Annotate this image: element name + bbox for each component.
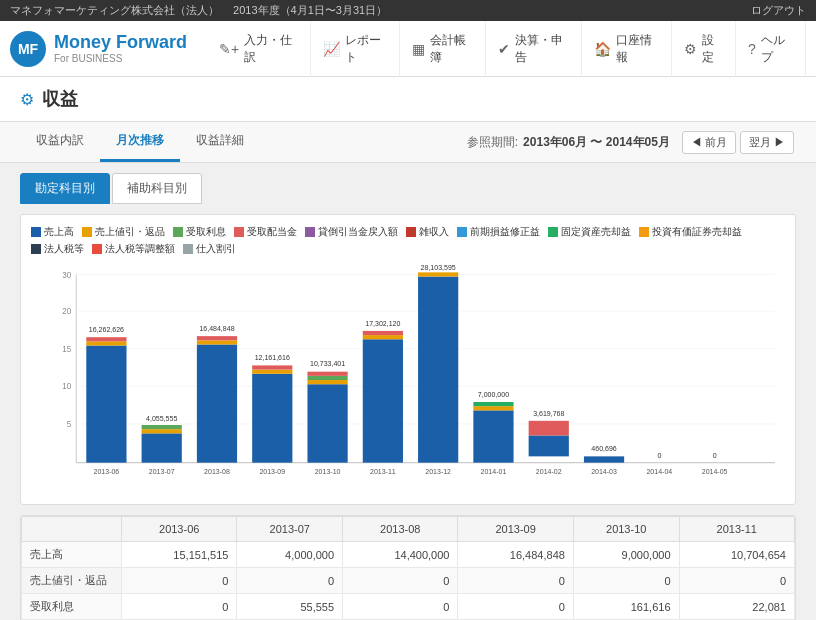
- svg-text:2014-01: 2014-01: [481, 468, 507, 476]
- svg-text:16,484,848: 16,484,848: [199, 325, 234, 333]
- legend-item-tax: 法人税等: [31, 242, 84, 256]
- chart-area: 金額(百万円) 5 10 15 20 30: [31, 264, 785, 494]
- col-header-oct: 2013-10: [573, 517, 679, 542]
- svg-text:10,733,401: 10,733,401: [310, 360, 345, 368]
- chart-legend: 売上高売上値引・返品受取利息受取配当金貸倒引当金戻入額雑収入前期損益修正益固定資…: [31, 225, 785, 259]
- svg-text:2013-07: 2013-07: [149, 468, 175, 476]
- company-period: マネフォマーケティング株式会社（法人） 2013年度（4月1日〜3月31日）: [10, 3, 387, 18]
- svg-rect-54: [529, 421, 569, 436]
- col-header-jun: 2013-06: [122, 517, 237, 542]
- row-value: 16,484,848: [458, 542, 573, 568]
- svg-rect-33: [307, 384, 347, 462]
- svg-rect-29: [252, 370, 292, 374]
- svg-rect-48: [473, 410, 513, 462]
- table-body: 売上高15,151,5154,000,00014,400,00016,484,8…: [22, 542, 795, 621]
- input-icon: ✎+: [219, 41, 239, 57]
- legend-item-cost: 仕入割引: [183, 242, 236, 256]
- legend-item-dividend: 受取配当金: [234, 225, 297, 239]
- settings-icon: ⚙: [684, 41, 697, 57]
- table-row: 売上値引・返品000000: [22, 568, 795, 594]
- nav-tax[interactable]: ✔ 決算・申告: [486, 21, 582, 77]
- prev-month-button[interactable]: ◀ 前月: [682, 131, 736, 154]
- svg-text:2013-08: 2013-08: [204, 468, 230, 476]
- svg-rect-30: [252, 365, 292, 369]
- svg-rect-13: [86, 346, 126, 463]
- col-header-aug: 2013-08: [343, 517, 458, 542]
- nav-settings[interactable]: ⚙ 設定: [672, 21, 736, 77]
- col-header-label: [22, 517, 122, 542]
- svg-rect-50: [473, 402, 513, 406]
- svg-text:2013-11: 2013-11: [370, 468, 396, 476]
- sub-tab-aux[interactable]: 補助科目別: [112, 173, 202, 204]
- page-gear-icon: ⚙: [20, 90, 34, 109]
- logo-icon: MF: [10, 31, 46, 67]
- row-value: 0: [343, 568, 458, 594]
- logo: MF Money Forward For BUSINESS: [10, 31, 187, 67]
- table-row: 売上高15,151,5154,000,00014,400,00016,484,8…: [22, 542, 795, 568]
- svg-rect-57: [584, 456, 624, 462]
- legend-item-fixed_assets: 固定資産売却益: [548, 225, 631, 239]
- nav-items: ✎+ 入力・仕訳 📈 レポート ▦ 会計帳簿 ✔ 決算・申告 🏠 口座情報 ⚙ …: [207, 21, 806, 77]
- svg-text:7,000,000: 7,000,000: [478, 391, 509, 399]
- tab-monthly[interactable]: 月次推移: [100, 122, 180, 162]
- chart-svg: 金額(百万円) 5 10 15 20 30: [31, 264, 785, 494]
- legend-item-refund: 貸倒引当金戻入額: [305, 225, 398, 239]
- svg-rect-44: [418, 277, 458, 463]
- report-icon: 📈: [323, 41, 340, 57]
- content: 勘定科目別 補助科目別 売上高売上値引・返品受取利息受取配当金貸倒引当金戻入額雑…: [0, 163, 816, 620]
- table-header-row: 2013-06 2013-07 2013-08 2013-09 2013-10 …: [22, 517, 795, 542]
- svg-rect-36: [307, 372, 347, 376]
- help-icon: ?: [748, 41, 756, 57]
- tab-bar: 収益内訳 月次推移 収益詳細 参照期間: 2013年06月 〜 2014年05月…: [0, 122, 816, 163]
- revenue-table: 2013-06 2013-07 2013-08 2013-09 2013-10 …: [21, 516, 795, 620]
- svg-text:0: 0: [713, 452, 717, 460]
- nav-input[interactable]: ✎+ 入力・仕訳: [207, 21, 311, 77]
- row-value: 15,151,515: [122, 542, 237, 568]
- svg-text:2013-06: 2013-06: [94, 468, 120, 476]
- svg-rect-25: [197, 336, 237, 340]
- svg-text:4,055,555: 4,055,555: [146, 415, 177, 423]
- tab-detail[interactable]: 収益詳細: [180, 122, 260, 162]
- nav-ledger[interactable]: ▦ 会計帳簿: [400, 21, 486, 77]
- legend-item-interest: 受取利息: [173, 225, 226, 239]
- period-control: 参照期間: 2013年06月 〜 2014年05月 ◀ 前月 翌月 ▶: [467, 131, 796, 154]
- svg-text:2013-12: 2013-12: [425, 468, 451, 476]
- svg-text:30: 30: [62, 270, 71, 279]
- nav-account[interactable]: 🏠 口座情報: [582, 21, 672, 77]
- logo-text: Money Forward For BUSINESS: [54, 32, 187, 66]
- tab-summary[interactable]: 収益内訳: [20, 122, 100, 162]
- svg-rect-39: [363, 339, 403, 462]
- row-value: 0: [122, 594, 237, 620]
- nav-help[interactable]: ? ヘルプ: [736, 21, 806, 77]
- svg-text:0: 0: [657, 452, 661, 460]
- sub-tab-fixed[interactable]: 勘定科目別: [20, 173, 110, 204]
- page-header: ⚙ 収益: [0, 77, 816, 122]
- row-value: 10,704,654: [679, 542, 794, 568]
- svg-rect-41: [363, 331, 403, 335]
- logout-btn[interactable]: ログアウト: [751, 3, 806, 18]
- row-value: 0: [573, 568, 679, 594]
- svg-text:16,262,626: 16,262,626: [89, 326, 124, 334]
- nav-report[interactable]: 📈 レポート: [311, 21, 401, 77]
- legend-item-prev_profit: 前期損益修正益: [457, 225, 540, 239]
- svg-rect-53: [529, 435, 569, 456]
- row-label: 売上値引・返品: [22, 568, 122, 594]
- svg-text:2014-03: 2014-03: [591, 468, 617, 476]
- svg-rect-49: [473, 406, 513, 410]
- svg-text:2014-04: 2014-04: [646, 468, 672, 476]
- next-month-button[interactable]: 翌月 ▶: [740, 131, 794, 154]
- main-tabs: 収益内訳 月次推移 収益詳細: [20, 122, 260, 162]
- topbar: マネフォマーケティング株式会社（法人） 2013年度（4月1日〜3月31日） ロ…: [0, 0, 816, 21]
- row-label: 売上高: [22, 542, 122, 568]
- col-header-nov: 2013-11: [679, 517, 794, 542]
- row-value: 161,616: [573, 594, 679, 620]
- navbar: MF Money Forward For BUSINESS ✎+ 入力・仕訳 📈…: [0, 21, 816, 77]
- svg-rect-34: [307, 380, 347, 384]
- tax-icon: ✔: [498, 41, 510, 57]
- svg-rect-20: [142, 425, 182, 429]
- svg-rect-40: [363, 335, 403, 339]
- svg-rect-23: [197, 345, 237, 463]
- data-table: 2013-06 2013-07 2013-08 2013-09 2013-10 …: [20, 515, 796, 620]
- svg-rect-19: [142, 429, 182, 433]
- row-value: 0: [122, 568, 237, 594]
